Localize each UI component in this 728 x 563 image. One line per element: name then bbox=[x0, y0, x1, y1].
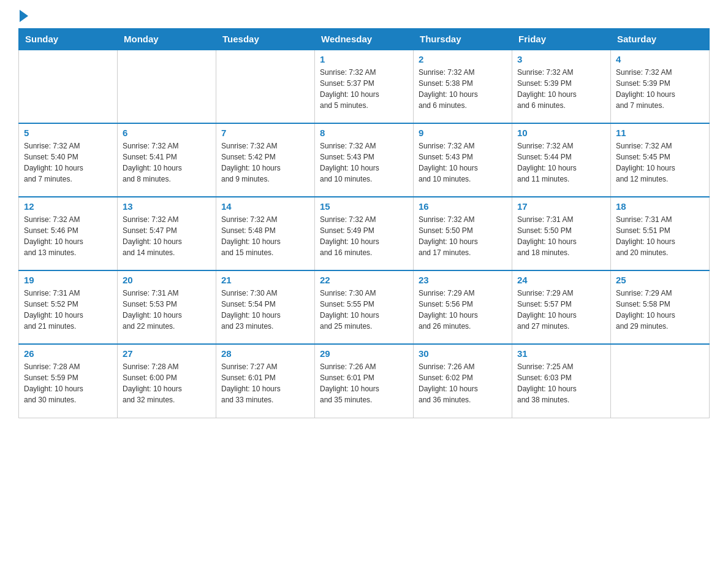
calendar-cell: 15Sunrise: 7:32 AM Sunset: 5:49 PM Dayli… bbox=[315, 197, 414, 270]
day-number: 20 bbox=[123, 275, 211, 285]
day-number: 26 bbox=[24, 348, 112, 359]
day-number: 17 bbox=[517, 201, 605, 212]
calendar-cell: 7Sunrise: 7:32 AM Sunset: 5:42 PM Daylig… bbox=[216, 123, 315, 197]
day-number: 19 bbox=[24, 275, 112, 285]
day-number: 15 bbox=[320, 201, 408, 212]
day-number: 10 bbox=[517, 128, 605, 138]
calendar-cell bbox=[118, 50, 216, 123]
day-info: Sunrise: 7:28 AM Sunset: 6:00 PM Dayligh… bbox=[123, 361, 211, 405]
day-info: Sunrise: 7:26 AM Sunset: 6:02 PM Dayligh… bbox=[419, 361, 507, 405]
logo-arrow-icon bbox=[20, 10, 28, 22]
day-info: Sunrise: 7:32 AM Sunset: 5:49 PM Dayligh… bbox=[320, 214, 408, 258]
day-number: 18 bbox=[616, 201, 704, 212]
day-info: Sunrise: 7:32 AM Sunset: 5:48 PM Dayligh… bbox=[221, 214, 309, 258]
day-number: 14 bbox=[221, 201, 309, 212]
day-number: 22 bbox=[320, 275, 408, 285]
day-number: 2 bbox=[419, 54, 507, 64]
day-number: 9 bbox=[419, 128, 507, 138]
calendar-cell: 19Sunrise: 7:31 AM Sunset: 5:52 PM Dayli… bbox=[19, 270, 118, 344]
week-row-5: 26Sunrise: 7:28 AM Sunset: 5:59 PM Dayli… bbox=[19, 344, 710, 418]
calendar-cell: 28Sunrise: 7:27 AM Sunset: 6:01 PM Dayli… bbox=[216, 344, 315, 418]
page-header bbox=[18, 12, 710, 22]
calendar-cell bbox=[611, 344, 710, 418]
day-number: 5 bbox=[24, 128, 112, 138]
weekday-header-tuesday: Tuesday bbox=[216, 29, 315, 50]
day-info: Sunrise: 7:27 AM Sunset: 6:01 PM Dayligh… bbox=[221, 361, 309, 405]
weekday-header-saturday: Saturday bbox=[611, 29, 710, 50]
weekday-header-wednesday: Wednesday bbox=[315, 29, 414, 50]
day-number: 28 bbox=[221, 348, 309, 359]
day-number: 1 bbox=[320, 54, 408, 64]
day-number: 7 bbox=[221, 128, 309, 138]
week-row-1: 1Sunrise: 7:32 AM Sunset: 5:37 PM Daylig… bbox=[19, 50, 710, 123]
calendar-cell: 10Sunrise: 7:32 AM Sunset: 5:44 PM Dayli… bbox=[512, 123, 611, 197]
weekday-header-monday: Monday bbox=[118, 29, 216, 50]
calendar-cell: 11Sunrise: 7:32 AM Sunset: 5:45 PM Dayli… bbox=[611, 123, 710, 197]
week-row-2: 5Sunrise: 7:32 AM Sunset: 5:40 PM Daylig… bbox=[19, 123, 710, 197]
day-info: Sunrise: 7:32 AM Sunset: 5:38 PM Dayligh… bbox=[419, 67, 507, 111]
calendar-cell: 30Sunrise: 7:26 AM Sunset: 6:02 PM Dayli… bbox=[414, 344, 512, 418]
calendar-cell: 12Sunrise: 7:32 AM Sunset: 5:46 PM Dayli… bbox=[19, 197, 118, 270]
calendar-cell: 9Sunrise: 7:32 AM Sunset: 5:43 PM Daylig… bbox=[414, 123, 512, 197]
calendar-cell: 8Sunrise: 7:32 AM Sunset: 5:43 PM Daylig… bbox=[315, 123, 414, 197]
day-info: Sunrise: 7:32 AM Sunset: 5:41 PM Dayligh… bbox=[123, 140, 211, 185]
day-info: Sunrise: 7:30 AM Sunset: 5:55 PM Dayligh… bbox=[320, 288, 408, 332]
day-number: 13 bbox=[123, 201, 211, 212]
day-info: Sunrise: 7:32 AM Sunset: 5:43 PM Dayligh… bbox=[320, 140, 408, 185]
calendar-table: SundayMondayTuesdayWednesdayThursdayFrid… bbox=[18, 28, 710, 418]
calendar-cell: 2Sunrise: 7:32 AM Sunset: 5:38 PM Daylig… bbox=[414, 50, 512, 123]
day-number: 21 bbox=[221, 275, 309, 285]
day-number: 3 bbox=[517, 54, 605, 64]
calendar-cell: 22Sunrise: 7:30 AM Sunset: 5:55 PM Dayli… bbox=[315, 270, 414, 344]
day-info: Sunrise: 7:32 AM Sunset: 5:40 PM Dayligh… bbox=[24, 140, 112, 185]
calendar-cell: 21Sunrise: 7:30 AM Sunset: 5:54 PM Dayli… bbox=[216, 270, 315, 344]
day-info: Sunrise: 7:32 AM Sunset: 5:39 PM Dayligh… bbox=[616, 67, 704, 111]
day-number: 6 bbox=[123, 128, 211, 138]
day-info: Sunrise: 7:32 AM Sunset: 5:42 PM Dayligh… bbox=[221, 140, 309, 185]
day-number: 8 bbox=[320, 128, 408, 138]
calendar-cell: 6Sunrise: 7:32 AM Sunset: 5:41 PM Daylig… bbox=[118, 123, 216, 197]
calendar-cell: 26Sunrise: 7:28 AM Sunset: 5:59 PM Dayli… bbox=[19, 344, 118, 418]
week-row-3: 12Sunrise: 7:32 AM Sunset: 5:46 PM Dayli… bbox=[19, 197, 710, 270]
calendar-cell: 23Sunrise: 7:29 AM Sunset: 5:56 PM Dayli… bbox=[414, 270, 512, 344]
day-info: Sunrise: 7:32 AM Sunset: 5:46 PM Dayligh… bbox=[24, 214, 112, 258]
day-info: Sunrise: 7:29 AM Sunset: 5:56 PM Dayligh… bbox=[419, 288, 507, 332]
weekday-header-thursday: Thursday bbox=[414, 29, 512, 50]
day-info: Sunrise: 7:32 AM Sunset: 5:39 PM Dayligh… bbox=[517, 67, 605, 111]
day-number: 29 bbox=[320, 348, 408, 359]
day-info: Sunrise: 7:29 AM Sunset: 5:58 PM Dayligh… bbox=[616, 288, 704, 332]
day-info: Sunrise: 7:31 AM Sunset: 5:52 PM Dayligh… bbox=[24, 288, 112, 332]
calendar-cell: 24Sunrise: 7:29 AM Sunset: 5:57 PM Dayli… bbox=[512, 270, 611, 344]
calendar-cell: 17Sunrise: 7:31 AM Sunset: 5:50 PM Dayli… bbox=[512, 197, 611, 270]
calendar-cell: 18Sunrise: 7:31 AM Sunset: 5:51 PM Dayli… bbox=[611, 197, 710, 270]
day-number: 30 bbox=[419, 348, 507, 359]
day-number: 24 bbox=[517, 275, 605, 285]
calendar-cell: 31Sunrise: 7:25 AM Sunset: 6:03 PM Dayli… bbox=[512, 344, 611, 418]
calendar-cell: 16Sunrise: 7:32 AM Sunset: 5:50 PM Dayli… bbox=[414, 197, 512, 270]
day-number: 11 bbox=[616, 128, 704, 138]
weekday-header-row: SundayMondayTuesdayWednesdayThursdayFrid… bbox=[19, 29, 710, 50]
calendar-cell: 3Sunrise: 7:32 AM Sunset: 5:39 PM Daylig… bbox=[512, 50, 611, 123]
day-number: 23 bbox=[419, 275, 507, 285]
day-info: Sunrise: 7:32 AM Sunset: 5:47 PM Dayligh… bbox=[123, 214, 211, 258]
day-info: Sunrise: 7:32 AM Sunset: 5:43 PM Dayligh… bbox=[419, 140, 507, 185]
day-number: 12 bbox=[24, 201, 112, 212]
day-info: Sunrise: 7:31 AM Sunset: 5:53 PM Dayligh… bbox=[123, 288, 211, 332]
day-info: Sunrise: 7:25 AM Sunset: 6:03 PM Dayligh… bbox=[517, 361, 605, 405]
day-number: 31 bbox=[517, 348, 605, 359]
calendar-cell: 20Sunrise: 7:31 AM Sunset: 5:53 PM Dayli… bbox=[118, 270, 216, 344]
calendar-cell bbox=[19, 50, 118, 123]
day-info: Sunrise: 7:32 AM Sunset: 5:45 PM Dayligh… bbox=[616, 140, 704, 185]
calendar-cell: 25Sunrise: 7:29 AM Sunset: 5:58 PM Dayli… bbox=[611, 270, 710, 344]
weekday-header-friday: Friday bbox=[512, 29, 611, 50]
calendar-cell: 1Sunrise: 7:32 AM Sunset: 5:37 PM Daylig… bbox=[315, 50, 414, 123]
weekday-header-sunday: Sunday bbox=[19, 29, 118, 50]
day-number: 16 bbox=[419, 201, 507, 212]
calendar-cell: 29Sunrise: 7:26 AM Sunset: 6:01 PM Dayli… bbox=[315, 344, 414, 418]
day-info: Sunrise: 7:28 AM Sunset: 5:59 PM Dayligh… bbox=[24, 361, 112, 405]
day-number: 25 bbox=[616, 275, 704, 285]
calendar-cell: 27Sunrise: 7:28 AM Sunset: 6:00 PM Dayli… bbox=[118, 344, 216, 418]
logo bbox=[18, 12, 28, 22]
day-info: Sunrise: 7:32 AM Sunset: 5:37 PM Dayligh… bbox=[320, 67, 408, 111]
day-info: Sunrise: 7:31 AM Sunset: 5:50 PM Dayligh… bbox=[517, 214, 605, 258]
